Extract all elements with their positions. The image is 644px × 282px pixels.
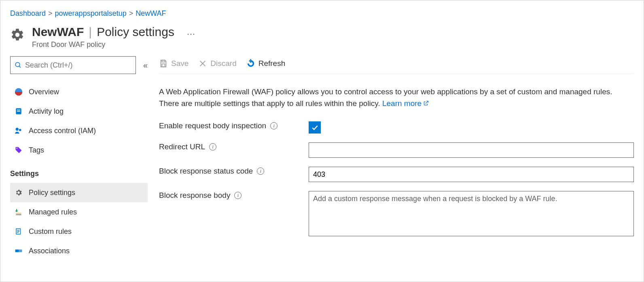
response-body-label: Block response body	[159, 191, 230, 200]
refresh-button[interactable]: Refresh	[246, 59, 286, 68]
info-icon[interactable]: i	[257, 168, 264, 175]
svg-rect-16	[19, 250, 22, 252]
nav-item-custom-rules[interactable]: Custom rules	[10, 222, 148, 241]
toolbar: Save Discard Refresh	[159, 56, 634, 74]
page-title-separator: |	[86, 25, 94, 39]
nav-item-managed-rules[interactable]: Managed rules	[10, 202, 148, 222]
svg-point-7	[19, 129, 21, 131]
svg-rect-18	[162, 64, 165, 66]
nav-label: Policy settings	[29, 189, 75, 197]
nav-item-access-control[interactable]: Access control (IAM)	[10, 121, 148, 140]
discard-button[interactable]: Discard	[198, 59, 236, 68]
breadcrumb-separator: >	[48, 9, 53, 18]
svg-rect-17	[162, 60, 165, 62]
svg-point-8	[17, 148, 18, 149]
status-code-input[interactable]	[309, 167, 634, 182]
gear-icon	[14, 188, 23, 197]
breadcrumb: Dashboard > powerappsportalsetup > NewWA…	[10, 9, 634, 18]
nav-heading-settings: Settings	[10, 160, 148, 183]
refresh-label: Refresh	[258, 59, 286, 68]
enable-inspection-label: Enable request body inspection	[159, 121, 266, 130]
check-icon	[311, 123, 319, 131]
search-input-wrapper[interactable]	[10, 56, 136, 74]
gear-icon	[10, 28, 25, 42]
breadcrumb-link-resourcegroup[interactable]: powerappsportalsetup	[55, 9, 127, 18]
redirect-url-label: Redirect URL	[159, 142, 205, 151]
page-subtitle: Front Door WAF policy	[32, 40, 196, 49]
enable-inspection-checkbox[interactable]	[309, 121, 321, 134]
breadcrumb-separator: >	[129, 9, 133, 18]
nav-label: Managed rules	[29, 208, 77, 216]
svg-line-1	[19, 66, 21, 68]
description-text: A Web Application Firewall (WAF) policy …	[159, 86, 634, 109]
search-input[interactable]	[25, 61, 131, 70]
page-title-section: Policy settings	[97, 25, 174, 39]
nav-item-activity-log[interactable]: Activity log	[10, 102, 148, 121]
more-actions-icon[interactable]: …	[186, 27, 196, 37]
external-link-icon	[423, 98, 429, 110]
save-label: Save	[171, 59, 189, 68]
page-header: NewWAF | Policy settings … Front Door WA…	[10, 25, 634, 49]
save-icon	[159, 59, 168, 68]
nav-item-policy-settings[interactable]: Policy settings	[10, 183, 148, 202]
document-icon	[14, 227, 23, 236]
nav-item-overview[interactable]: Overview	[10, 82, 148, 102]
globe-icon	[14, 87, 23, 96]
discard-label: Discard	[210, 59, 236, 68]
svg-rect-4	[17, 110, 20, 110]
log-icon	[14, 107, 23, 116]
info-icon[interactable]: i	[234, 192, 241, 199]
nav-item-associations[interactable]: Associations	[10, 241, 148, 261]
close-icon	[198, 59, 207, 68]
nav-label: Custom rules	[29, 227, 72, 236]
breadcrumb-link-resource[interactable]: NewWAF	[136, 9, 166, 18]
search-icon	[15, 61, 22, 69]
collapse-nav-icon[interactable]: «	[143, 61, 148, 70]
tag-icon	[14, 146, 23, 155]
breadcrumb-link-dashboard[interactable]: Dashboard	[10, 9, 46, 18]
nav-label: Associations	[29, 247, 70, 255]
svg-rect-15	[15, 250, 19, 252]
people-icon	[14, 126, 23, 135]
status-code-label: Block response status code	[159, 167, 253, 176]
download-list-icon	[14, 208, 23, 216]
redirect-url-input[interactable]	[309, 142, 634, 158]
save-button[interactable]: Save	[159, 59, 189, 68]
nav-label: Access control (IAM)	[29, 127, 96, 135]
info-icon[interactable]: i	[270, 122, 278, 129]
nav-label: Activity log	[29, 107, 64, 116]
nav-label: Tags	[29, 146, 44, 155]
learn-more-link[interactable]: Learn more	[382, 99, 429, 108]
info-icon[interactable]: i	[209, 143, 216, 151]
svg-rect-5	[17, 111, 20, 112]
link-icon	[14, 246, 23, 255]
nav-item-tags[interactable]: Tags	[10, 140, 148, 160]
refresh-icon	[246, 59, 255, 68]
nav-label: Overview	[29, 88, 59, 96]
svg-point-6	[16, 128, 19, 131]
response-body-textarea[interactable]	[309, 191, 634, 236]
svg-point-0	[15, 62, 20, 67]
page-title-resource: NewWAF	[32, 25, 84, 39]
